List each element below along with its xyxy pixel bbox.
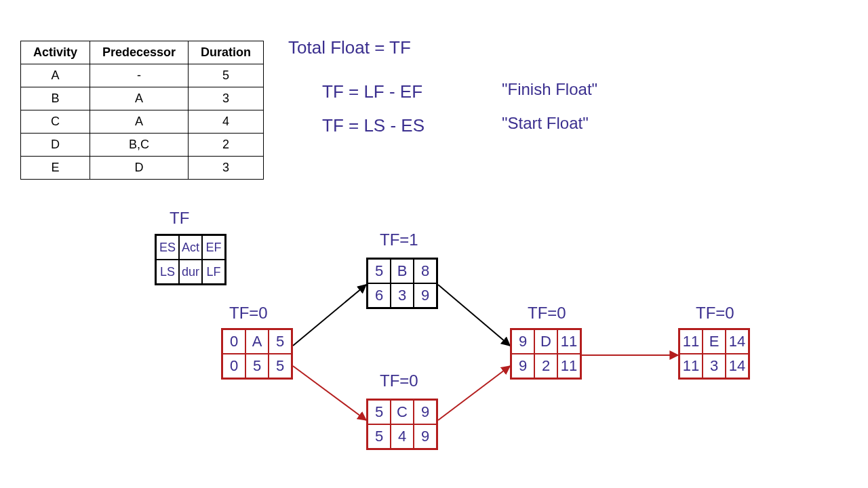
formula-start-lhs: TF = LS - ES: [322, 115, 425, 136]
node-d-tf: TF=0: [528, 304, 566, 323]
formula-finish-lhs: TF = LF - EF: [322, 81, 422, 102]
formula-finish-rhs: "Finish Float": [502, 80, 597, 99]
node-a-ef: 5: [269, 329, 292, 354]
diagram-page: Activity Predecessor Duration A - 5 B A …: [0, 0, 868, 488]
legend-tf-label: TF: [170, 209, 189, 228]
node-c-es: 5: [368, 400, 391, 424]
node-d-act: D: [534, 329, 557, 354]
node-e-ls: 11: [679, 354, 703, 378]
legend-node: ES Act EF LS dur LF: [155, 234, 226, 285]
node-d-dur: 2: [534, 354, 557, 378]
node-e: 11 E 14 11 3 14: [678, 328, 750, 380]
node-a-act: A: [245, 329, 269, 354]
node-e-es: 11: [679, 329, 703, 354]
node-b-act: B: [391, 259, 414, 283]
table-header-row: Activity Predecessor Duration: [21, 41, 264, 64]
col-activity: Activity: [21, 41, 90, 64]
node-a-ls: 0: [222, 354, 245, 378]
node-a-dur: 5: [245, 354, 269, 378]
table-row: A - 5: [21, 64, 264, 87]
node-a-es: 0: [222, 329, 245, 354]
node-b-lf: 9: [414, 283, 437, 308]
col-duration: Duration: [189, 41, 264, 64]
col-predecessor: Predecessor: [90, 41, 189, 64]
formula-title: Total Float = TF: [288, 37, 411, 58]
legend-ef: EF: [202, 235, 225, 260]
node-c-lf: 9: [414, 424, 437, 449]
node-a: 0 A 5 0 5 5: [221, 328, 293, 380]
edge-a-c: [293, 366, 366, 420]
edge-b-d: [438, 285, 510, 346]
edge-c-d: [438, 366, 510, 420]
node-d-lf: 11: [557, 354, 580, 378]
node-c-act: C: [391, 400, 414, 424]
table-row: E D 3: [21, 157, 264, 180]
node-c-tf: TF=0: [380, 371, 418, 390]
node-d-ef: 11: [557, 329, 580, 354]
node-d-es: 9: [511, 329, 534, 354]
node-d-ls: 9: [511, 354, 534, 378]
node-c-ls: 5: [368, 424, 391, 449]
node-a-lf: 5: [269, 354, 292, 378]
node-c-dur: 4: [391, 424, 414, 449]
node-b-ls: 6: [368, 283, 391, 308]
table-row: C A 4: [21, 110, 264, 134]
node-c-ef: 9: [414, 400, 437, 424]
node-b-dur: 3: [391, 283, 414, 308]
table-row: D B,C 2: [21, 134, 264, 157]
table-row: B A 3: [21, 87, 264, 110]
node-a-tf: TF=0: [229, 304, 268, 323]
node-b: 5 B 8 6 3 9: [366, 258, 438, 309]
node-e-lf: 14: [726, 354, 749, 378]
legend-act: Act: [179, 235, 202, 260]
legend-es: ES: [156, 235, 179, 260]
edge-a-b: [293, 285, 366, 346]
node-b-es: 5: [368, 259, 391, 283]
formula-start-rhs: "Start Float": [502, 114, 589, 133]
node-e-tf: TF=0: [696, 304, 734, 323]
node-b-tf: TF=1: [380, 230, 418, 249]
node-d: 9 D 11 9 2 11: [510, 328, 582, 380]
legend-lf: LF: [202, 260, 225, 284]
legend-dur: dur: [179, 260, 202, 284]
node-e-dur: 3: [703, 354, 726, 378]
legend-ls: LS: [156, 260, 179, 284]
activity-table: Activity Predecessor Duration A - 5 B A …: [20, 41, 264, 180]
node-e-act: E: [703, 329, 726, 354]
node-e-ef: 14: [726, 329, 749, 354]
node-b-ef: 8: [414, 259, 437, 283]
node-c: 5 C 9 5 4 9: [366, 399, 438, 450]
